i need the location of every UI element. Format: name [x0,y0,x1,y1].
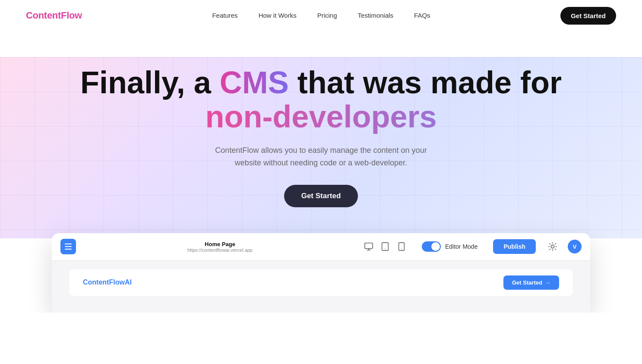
hero-title-middle: that was made for [289,65,562,100]
toolbar-avatar[interactable]: V [568,240,582,253]
inner-cta-arrow: → [545,279,550,286]
svg-line-15 [555,244,556,244]
toolbar-devices [364,242,406,251]
navbar-cta-button[interactable]: Get Started [560,7,616,25]
hero-title-prefix: Finally, a [80,65,220,100]
inner-cta-button[interactable]: Get Started → [503,275,559,290]
nav-item-pricing[interactable]: Pricing [317,12,337,19]
tablet-icon[interactable] [380,242,390,251]
desktop-icon[interactable] [364,242,373,251]
nav-item-features[interactable]: Features [212,12,237,19]
inner-logo-text: ContentFlow [83,279,125,286]
editor-mode-toggle[interactable] [422,241,441,252]
svg-rect-0 [365,243,373,249]
logo-text: Content [26,10,61,21]
hero-cta-button[interactable]: Get Started [284,185,358,207]
toolbar-page-info: Home Page https://contentflowai.vercel.a… [83,241,357,253]
hero-content: Finally, a CMS that was made for non-dev… [0,66,642,233]
hero-subtitle: ContentFlow allows you to easily manage … [209,144,433,169]
svg-point-7 [551,245,554,248]
hero-title: Finally, a CMS that was made for non-dev… [0,66,642,134]
cms-toolbar: Home Page https://contentflowai.vercel.a… [52,233,590,261]
toolbar-page-title: Home Page [83,241,357,247]
nav-links: Features How it Works Pricing Testimonia… [212,12,430,19]
nav-item-testimonials[interactable]: Testimonials [358,12,394,19]
svg-line-10 [550,244,550,244]
toolbar-menu-button[interactable] [60,239,76,254]
toolbar-page-url: https://contentflowai.vercel.app [83,247,357,253]
mobile-icon[interactable] [397,242,406,251]
navbar: ContentFlow Features How it Works Pricin… [0,0,642,31]
hero-title-cms: CMS [220,65,289,100]
svg-line-11 [555,249,556,250]
editor-mode-label: Editor Mode [445,243,478,250]
cms-inner-website: ContentFlowAI Get Started → [52,261,590,313]
svg-rect-3 [382,243,389,250]
inner-logo-highlight: AI [125,279,132,286]
cms-preview: Home Page https://contentflowai.vercel.a… [52,233,590,313]
nav-item-how-it-works[interactable]: How it Works [259,12,297,19]
theme-icon[interactable] [548,242,557,251]
svg-line-14 [550,249,550,250]
svg-rect-5 [399,243,405,250]
hero-title-nondev: non-developers [205,99,436,134]
hamburger-icon [65,244,72,250]
publish-button[interactable]: Publish [493,239,536,254]
logo-highlight: Flow [61,10,82,21]
inner-cta-label: Get Started [512,279,542,286]
nav-item-faqs[interactable]: FAQs [414,12,430,19]
hero-section: Finally, a CMS that was made for non-dev… [0,31,642,313]
inner-logo: ContentFlowAI [83,279,132,286]
logo[interactable]: ContentFlow [26,10,82,21]
inner-navbar: ContentFlowAI Get Started → [69,269,573,296]
toolbar-editor-mode: Editor Mode [422,241,478,252]
